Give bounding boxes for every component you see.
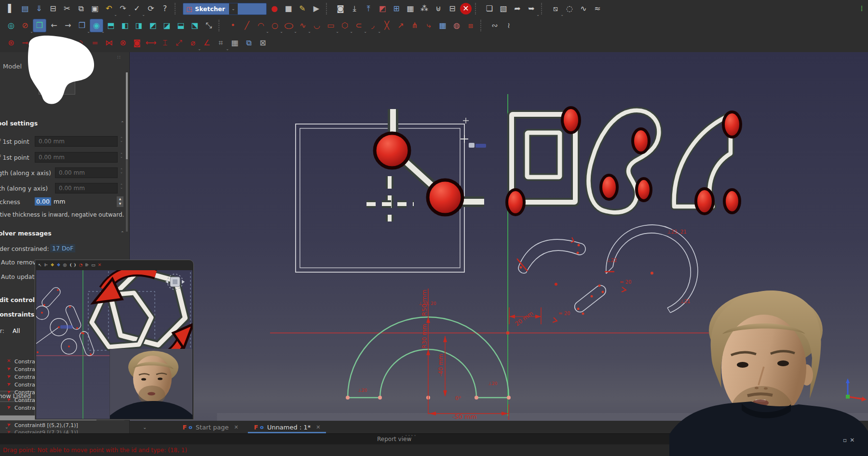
export-sketch-icon[interactable]: ⤒: [362, 2, 375, 15]
panel-drag-handle-icon[interactable]: ∷: [117, 55, 120, 60]
close-icon[interactable]: ✕: [316, 424, 320, 430]
drag-ball[interactable]: [633, 129, 649, 153]
constrain-diameter-icon[interactable]: ⌀⌄: [187, 37, 199, 49]
measure-icon[interactable]: ⤡: [203, 19, 215, 32]
drag-ball[interactable]: [562, 108, 580, 133]
validate-sketch-icon[interactable]: ⁂: [418, 2, 431, 15]
paste-icon[interactable]: ▣: [89, 2, 101, 15]
constraints-header[interactable]: Constraints: [0, 311, 34, 318]
bspline-curvature-icon[interactable]: ≈: [591, 2, 604, 15]
clone-icon[interactable]: ❏: [483, 2, 496, 15]
view-top-icon[interactable]: ◨: [133, 19, 145, 32]
tab-overflow-chevron[interactable]: ⌄: [143, 425, 147, 433]
sketch-point[interactable]: [555, 283, 557, 286]
group-icon[interactable]: ▧: [497, 2, 510, 15]
undo-icon[interactable]: ↶⌄: [103, 2, 115, 15]
redo-icon[interactable]: ↷⌄: [117, 2, 129, 15]
constraint-row[interactable]: ➤Constraint8 [(5,2),(7,1)]: [0, 422, 129, 429]
panel-scrollbar[interactable]: [126, 72, 128, 232]
collapse-icon[interactable]: ⌃: [121, 121, 124, 125]
tool-settings-header[interactable]: Tool settings: [0, 120, 38, 127]
view-rear-icon[interactable]: ◪: [161, 19, 173, 32]
constraint-row[interactable]: ➤Constraint9 [(7,2),(4,1)]: [0, 429, 129, 433]
drag-ball[interactable]: [428, 180, 462, 215]
filter-value[interactable]: All: [13, 327, 20, 334]
pip-mini-icon-1[interactable]: ⊩: [44, 263, 48, 267]
create-ellipse-icon[interactable]: ○⌄: [283, 19, 295, 32]
toggle-snap-icon[interactable]: ⌗⌄: [215, 37, 227, 49]
export-selection-icon[interactable]: ➦: [511, 2, 524, 15]
close-icon[interactable]: ✕: [850, 437, 857, 443]
knots-visibility-icon[interactable]: ◌: [563, 2, 576, 15]
edit-macro-icon[interactable]: ✎: [296, 2, 309, 15]
undock-icon[interactable]: ▫: [843, 437, 850, 443]
x1-spinner[interactable]: ⌃⌄: [119, 138, 124, 142]
import-sketch-icon[interactable]: ⤓: [348, 2, 361, 15]
create-circle-icon[interactable]: ○⌄: [269, 19, 281, 32]
pip-mini-icon-4[interactable]: ◎: [63, 263, 67, 267]
create-sketch-icon[interactable]: ◙: [334, 2, 347, 15]
drag-ball[interactable]: [724, 190, 740, 213]
auto-update-checkbox[interactable]: Auto update: [1, 273, 38, 280]
pip-mini-icon-3[interactable]: ❖: [56, 263, 60, 267]
pip-overlay-window[interactable]: ↖⊩❖❖◎❨❩◔⊪▭✕: [35, 260, 194, 420]
y1-spinner[interactable]: ⌃⌄: [119, 153, 124, 158]
width-field[interactable]: 0.00 mm: [55, 183, 118, 193]
collapse-icon[interactable]: ⌃: [121, 231, 124, 235]
construction-mode-icon[interactable]: ▦: [436, 19, 449, 32]
toggle-edit-mode-icon[interactable]: ⧅⌄: [549, 2, 562, 15]
refresh-icon[interactable]: ⟳: [145, 2, 157, 15]
chevron-down-icon[interactable]: ⌄: [229, 3, 238, 14]
workbench-selector[interactable]: ◳Sketcher⌄: [183, 3, 267, 15]
render-order-icon[interactable]: ⊠: [257, 37, 269, 49]
create-rectangle-icon[interactable]: ▭⌄: [325, 19, 337, 32]
pip-viewport[interactable]: [36, 270, 192, 419]
constrain-distance-icon[interactable]: ⤢: [173, 37, 185, 49]
export-alt-icon[interactable]: ➥⌄: [525, 2, 538, 15]
open-file-icon[interactable]: ▤: [19, 2, 31, 15]
origin-point[interactable]: [506, 332, 509, 334]
whats-this-icon[interactable]: ?: [159, 2, 171, 15]
constrain-lock-icon[interactable]: ◙: [131, 37, 143, 49]
length-spinner[interactable]: ⌃⌄: [119, 169, 124, 174]
view-bottom-icon[interactable]: ⬓: [175, 19, 187, 32]
create-polygon-icon[interactable]: ⬡⌄: [339, 19, 351, 32]
map-sketch-icon[interactable]: ⊞: [390, 2, 403, 15]
reorient-sketch-icon[interactable]: ▦: [404, 2, 417, 15]
toggle-symmetry-icon[interactable]: ⁞: [855, 2, 868, 15]
thickness-spinner[interactable]: ▲▼: [117, 196, 123, 207]
cut-icon[interactable]: ✂: [61, 2, 73, 15]
doc-partial-icon[interactable]: ▌: [5, 2, 17, 15]
bspline-comb-icon[interactable]: ∿: [577, 2, 590, 15]
report-view-controls[interactable]: ▫✕: [843, 437, 857, 443]
view-right-icon[interactable]: ◩: [147, 19, 159, 32]
trim-edge-icon[interactable]: ╳: [380, 19, 393, 32]
pip-mini-icon-2[interactable]: ❖: [50, 263, 54, 267]
create-polyline-icon[interactable]: ◡: [311, 19, 323, 32]
merge-sketches-icon[interactable]: ⊎: [432, 2, 445, 15]
stop-operation-icon[interactable]: ✕: [460, 3, 472, 14]
pip-mini-icon-6[interactable]: ◔: [79, 263, 83, 267]
dof-link[interactable]: 17 DoF: [50, 244, 75, 252]
drag-ball[interactable]: [696, 189, 713, 214]
copy-geometry-icon[interactable]: ⧈: [464, 19, 477, 32]
create-point-icon[interactable]: •: [227, 19, 239, 32]
split-edge-icon[interactable]: ⋔: [408, 19, 421, 32]
pip-mini-icon-7[interactable]: ⊪: [85, 263, 89, 267]
length-field[interactable]: 0.00 mm: [55, 167, 118, 178]
panel-overflow-chevron[interactable]: ⌄: [5, 425, 9, 429]
tab-start-page[interactable]: FoStart page✕: [175, 421, 246, 433]
save-icon[interactable]: ⇓: [33, 2, 45, 15]
drag-ball[interactable]: [375, 133, 409, 168]
clone-clipboard-icon[interactable]: ⧉: [243, 37, 255, 49]
external-geometry-icon[interactable]: ⤷: [422, 19, 435, 32]
edit-sketch-icon[interactable]: ◩: [376, 2, 389, 15]
play-macro-icon[interactable]: ▶: [310, 2, 323, 15]
view-left-icon[interactable]: ⬔: [189, 19, 201, 32]
create-arc-icon[interactable]: ◠⌄: [255, 19, 267, 32]
thickness-value[interactable]: 0.00: [35, 197, 51, 206]
close-icon[interactable]: ✕: [234, 424, 238, 430]
pip-mini-icon-0[interactable]: ↖: [38, 263, 42, 267]
toggle-grid-icon[interactable]: ▦: [229, 37, 241, 49]
create-slot-icon[interactable]: ⊂⌄: [353, 19, 365, 32]
